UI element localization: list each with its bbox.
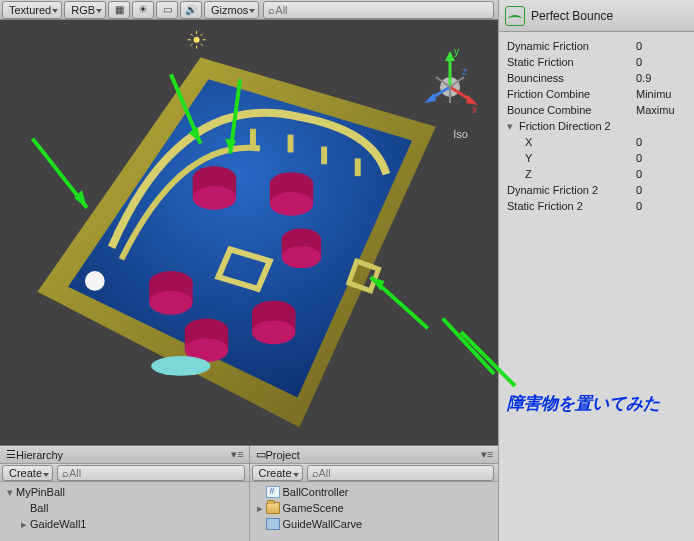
svg-line-33: [191, 44, 193, 46]
view-mode-label: Iso: [453, 128, 468, 140]
svg-line-58: [461, 332, 515, 386]
property-row[interactable]: Y0: [507, 150, 686, 166]
panel-menu-icon[interactable]: ▾≡: [480, 448, 494, 462]
property-row[interactable]: Bounce CombineMaximu: [507, 102, 686, 118]
property-row[interactable]: X0: [507, 134, 686, 150]
svg-marker-53: [424, 93, 436, 103]
property-value[interactable]: 0: [636, 152, 686, 164]
annotation-arrow: [457, 328, 517, 388]
svg-point-4: [193, 186, 236, 210]
svg-point-26: [85, 271, 105, 291]
project-create-dropdown[interactable]: Create: [252, 465, 303, 481]
scene-view[interactable]: y x z Iso: [0, 20, 498, 445]
prefab-icon: [266, 518, 280, 530]
toggle-audio-button[interactable]: 🔊: [180, 1, 202, 19]
project-search-input[interactable]: [319, 467, 489, 479]
svg-text:y: y: [454, 46, 459, 57]
property-row[interactable]: Static Friction0: [507, 54, 686, 70]
inspector-body: Dynamic Friction0Static Friction0Bouncin…: [499, 32, 694, 541]
property-value[interactable]: 0: [636, 184, 686, 196]
property-label: Z: [525, 168, 636, 180]
scene-search-field[interactable]: ⌕: [263, 1, 494, 19]
bottom-panels: ☰ Hierarchy ▾≡ Create ⌕ MyPinBall Ball G…: [0, 445, 498, 541]
folder-icon: [266, 502, 280, 514]
svg-line-32: [201, 44, 203, 46]
hierarchy-panel: ☰ Hierarchy ▾≡ Create ⌕ MyPinBall Ball G…: [0, 446, 250, 541]
property-value[interactable]: 0: [636, 56, 686, 68]
property-row[interactable]: Dynamic Friction 20: [507, 182, 686, 198]
property-label: Dynamic Friction: [507, 40, 636, 52]
left-column: Textured RGB ▦ ☀ ▭ 🔊 Gizmos ⌕: [0, 0, 498, 541]
tree-row[interactable]: GuideWallCarve: [250, 516, 499, 532]
hierarchy-search-input[interactable]: [69, 467, 239, 479]
svg-point-16: [252, 320, 295, 344]
property-row[interactable]: Z0: [507, 166, 686, 182]
property-label: ▾Friction Direction 2: [507, 120, 636, 133]
foldout-icon[interactable]: ▾: [507, 120, 519, 133]
svg-line-34: [201, 34, 203, 36]
property-row[interactable]: Static Friction 20: [507, 198, 686, 214]
render-mode-dropdown[interactable]: RGB: [64, 1, 106, 19]
inspector-title: Perfect Bounce: [531, 9, 613, 23]
gizmos-dropdown[interactable]: Gizmos: [204, 1, 259, 19]
svg-text:z: z: [462, 66, 467, 77]
inspector-header: Perfect Bounce: [499, 0, 694, 32]
hierarchy-tree[interactable]: MyPinBall Ball GaideWall1: [0, 482, 249, 541]
svg-point-25: [151, 356, 210, 376]
project-panel: ▭ Project ▾≡ Create ⌕ BallController Gam…: [250, 446, 499, 541]
axis-gizmo[interactable]: y x z: [418, 45, 482, 125]
tree-row[interactable]: MyPinBall: [0, 484, 249, 500]
svg-point-27: [194, 37, 200, 43]
property-label: Static Friction 2: [507, 200, 636, 212]
property-row[interactable]: Bounciness0.9: [507, 70, 686, 86]
property-value[interactable]: 0: [636, 168, 686, 180]
property-row[interactable]: ▾Friction Direction 2: [507, 118, 686, 134]
tree-row[interactable]: GameScene: [250, 500, 499, 516]
toggle-light-button[interactable]: ☀: [132, 1, 154, 19]
property-value[interactable]: 0.9: [636, 72, 686, 84]
property-label: Bounce Combine: [507, 104, 636, 116]
svg-text:x: x: [472, 104, 477, 115]
property-value[interactable]: 0: [636, 40, 686, 52]
scene-search-input[interactable]: [275, 4, 489, 16]
panel-menu-icon[interactable]: ▾≡: [231, 448, 245, 462]
property-label: Dynamic Friction 2: [507, 184, 636, 196]
script-icon: [266, 486, 280, 498]
hierarchy-search[interactable]: ⌕: [57, 465, 244, 481]
svg-point-7: [270, 192, 313, 216]
property-label: Static Friction: [507, 56, 636, 68]
hierarchy-create-dropdown[interactable]: Create: [2, 465, 53, 481]
svg-rect-23: [321, 147, 327, 165]
project-tree[interactable]: BallController GameScene GuideWallCarve: [250, 482, 499, 541]
inspector-panel: Perfect Bounce Dynamic Friction0Static F…: [498, 0, 694, 541]
tree-row[interactable]: GaideWall1: [0, 516, 249, 532]
search-icon: ⌕: [312, 467, 319, 479]
search-icon: ⌕: [62, 467, 69, 479]
shading-dropdown[interactable]: Textured: [2, 1, 62, 19]
toggle-2d-button[interactable]: ▦: [108, 1, 130, 19]
property-label: X: [525, 136, 636, 148]
property-row[interactable]: Friction CombineMinimu: [507, 86, 686, 102]
tree-row[interactable]: BallController: [250, 484, 499, 500]
property-value[interactable]: Maximu: [636, 104, 686, 116]
physic-material-icon: [505, 6, 525, 26]
svg-rect-21: [250, 129, 256, 147]
property-row[interactable]: Dynamic Friction0: [507, 38, 686, 54]
svg-point-10: [282, 246, 322, 268]
property-value[interactable]: 0: [636, 136, 686, 148]
project-tab[interactable]: ▭ Project ▾≡: [250, 446, 499, 464]
svg-point-13: [149, 291, 192, 315]
svg-rect-24: [355, 158, 361, 176]
scene-toolbar: Textured RGB ▦ ☀ ▭ 🔊 Gizmos ⌕: [0, 0, 498, 20]
property-label: Friction Combine: [507, 88, 636, 100]
hierarchy-tab[interactable]: ☰ Hierarchy ▾≡: [0, 446, 249, 464]
project-search[interactable]: ⌕: [307, 465, 494, 481]
property-value[interactable]: 0: [636, 200, 686, 212]
tree-row[interactable]: Ball: [0, 500, 249, 516]
property-label: Bounciness: [507, 72, 636, 84]
property-value[interactable]: Minimu: [636, 88, 686, 100]
search-icon: ⌕: [268, 4, 275, 16]
property-label: Y: [525, 152, 636, 164]
svg-rect-22: [288, 135, 294, 153]
toggle-skybox-button[interactable]: ▭: [156, 1, 178, 19]
